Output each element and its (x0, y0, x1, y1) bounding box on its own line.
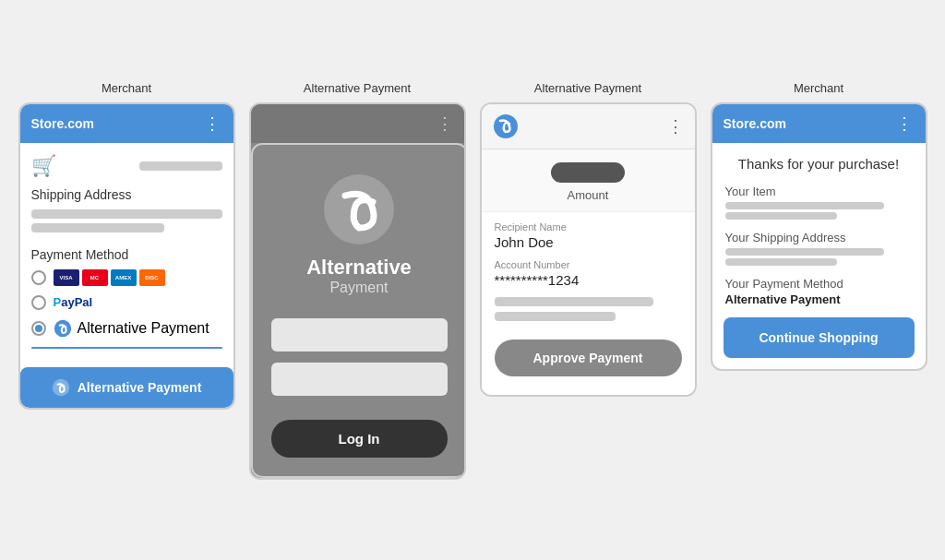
columns-row: Merchant Store.com ⋮ 🛒 Shipping Add (16, 81, 929, 480)
merchant-body: 🛒 Shipping Address Payment Method (20, 143, 233, 367)
login-input-2[interactable] (271, 363, 448, 396)
merchant-success-phone: Store.com ⋮ Thanks for your purchase! Yo… (711, 102, 927, 371)
page-wrapper: Merchant Store.com ⋮ 🛒 Shipping Add (6, 63, 939, 498)
alt-brand-name: Alternative (306, 256, 412, 280)
confirm-bar-1 (495, 297, 654, 306)
success-store-title: Store.com (724, 116, 786, 131)
alt-pay-label: Alternative Payment (78, 320, 209, 337)
info-section: Recipient Name John Doe Account Number *… (482, 212, 695, 395)
confirm-bars (495, 297, 682, 321)
item-bar-2 (725, 212, 838, 220)
alt-login-logo (322, 173, 396, 246)
merchant-checkout-phone: Store.com ⋮ 🛒 Shipping Address (18, 102, 235, 410)
col4-label: Merchant (794, 81, 843, 95)
your-payment-section: Your Payment Method Alternative Payment (725, 277, 913, 306)
alt-login-column: Alternative Payment ⋮ Alternative Paymen… (246, 81, 468, 480)
alt-radio[interactable] (31, 321, 46, 336)
alt-login-menu-icon[interactable]: ⋮ (437, 113, 453, 134)
discover-icon: DISC (139, 269, 165, 286)
your-item-section: Your Item (725, 185, 913, 220)
approve-payment-button[interactable]: Approve Payment (495, 340, 682, 376)
recipient-value: John Doe (495, 234, 682, 250)
card-icons: VISA MC AMEX DISC (54, 269, 165, 286)
paypal-radio[interactable] (31, 295, 46, 310)
alt-brand-sub: Payment (329, 280, 388, 296)
merchant-menu-icon[interactable]: ⋮ (204, 113, 222, 134)
amount-section: Amount (482, 149, 695, 212)
address-bar-2 (725, 258, 838, 266)
cards-option[interactable]: VISA MC AMEX DISC (31, 269, 222, 286)
continue-shopping-button[interactable]: Continue Shopping (724, 317, 915, 358)
merchant-header: Store.com ⋮ (20, 104, 233, 143)
amount-label: Amount (568, 188, 609, 202)
alt-login-phone: ⋮ Alternative Payment Log In (249, 102, 466, 480)
alt-login-body: Alternative Payment Log In (251, 143, 466, 478)
amex-icon: AMEX (111, 269, 137, 286)
cart-row: 🛒 (31, 154, 222, 178)
merchant-checkout-column: Merchant Store.com ⋮ 🛒 Shipping Add (16, 81, 237, 410)
svg-point-2 (324, 174, 394, 244)
col2-label: Alternative Payment (304, 81, 411, 95)
success-body: Thanks for your purchase! Your Item Your… (712, 143, 926, 306)
cards-radio[interactable] (31, 270, 46, 285)
paypal-option[interactable]: PayPal (31, 295, 222, 310)
address-bar-1 (725, 248, 885, 256)
alt-confirm-logo (493, 113, 519, 139)
payment-method-section: Payment Method VISA MC AMEX DISC (31, 247, 222, 338)
alt-login-header: ⋮ (251, 104, 464, 143)
item-bar-1 (725, 202, 885, 209)
merchant-store-title: Store.com (31, 116, 94, 131)
your-address-section: Your Shipping Address (725, 231, 913, 266)
account-value: **********1234 (495, 272, 682, 288)
cart-placeholder-bar (139, 161, 222, 171)
address-label: Your Shipping Address (725, 231, 913, 244)
continue-btn-wrapper: Continue Shopping (712, 317, 926, 369)
success-header: Store.com ⋮ (712, 104, 926, 143)
col1-label: Merchant (102, 81, 151, 95)
alt-pay-option[interactable]: Alternative Payment (31, 319, 222, 338)
payment-method-label: Your Payment Method (725, 277, 913, 291)
divider (31, 347, 222, 349)
login-button[interactable]: Log In (271, 420, 448, 458)
amount-pill (551, 162, 625, 183)
payment-method-value: Alternative Payment (725, 292, 913, 306)
visa-icon: VISA (54, 269, 79, 286)
cart-icon: 🛒 (31, 154, 56, 178)
mastercard-icon: MC (82, 269, 108, 286)
alt-pay-inner: Alternative Payment (54, 319, 209, 338)
paypal-label: PayPal (54, 295, 93, 309)
merchant-success-column: Merchant Store.com ⋮ Thanks for your pur… (708, 81, 929, 371)
address-bar-1 (31, 209, 222, 219)
alt-confirm-column: Alternative Payment ⋮ Amount Rec (477, 81, 699, 397)
thanks-text: Thanks for your purchase! (725, 156, 913, 172)
confirm-bar-2 (495, 312, 616, 321)
item-label: Your Item (725, 185, 913, 198)
login-input-1[interactable] (271, 318, 448, 351)
col3-label: Alternative Payment (534, 81, 641, 95)
alt-confirm-phone: ⋮ Amount Recipient Name John Doe Account… (480, 102, 697, 397)
alt-btn-label: Alternative Payment (78, 380, 202, 395)
recipient-label: Recipient Name (495, 221, 682, 232)
alt-confirm-menu-icon[interactable]: ⋮ (667, 116, 684, 137)
address-bar-2 (31, 223, 165, 232)
payment-label: Payment Method (31, 247, 222, 262)
shipping-address-section: Shipping Address (31, 187, 222, 232)
shipping-label: Shipping Address (31, 187, 222, 202)
alt-logo-small-icon (54, 319, 72, 338)
alt-radio-selected (35, 325, 42, 332)
alt-payment-button[interactable]: Alternative Payment (20, 367, 233, 408)
alt-btn-icon (52, 378, 70, 397)
success-menu-icon[interactable]: ⋮ (896, 113, 915, 134)
svg-point-3 (494, 114, 518, 138)
alt-confirm-header: ⋮ (482, 104, 695, 149)
account-label: Account Number (495, 259, 682, 270)
